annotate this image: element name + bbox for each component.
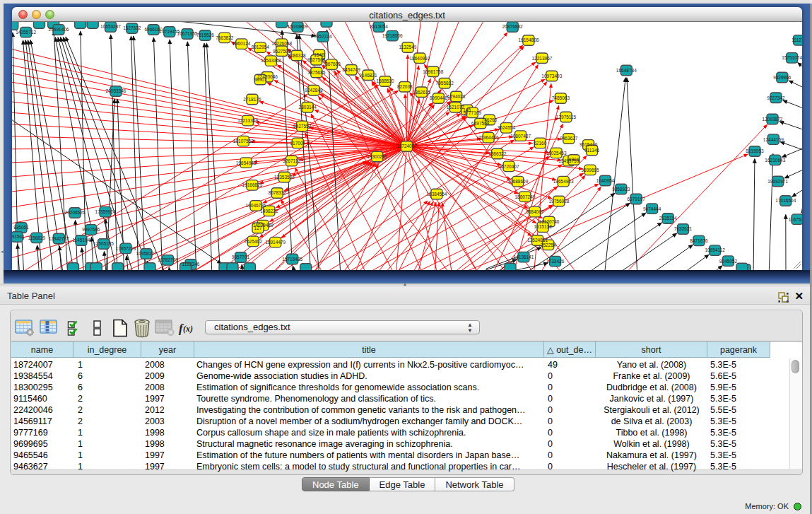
- svg-text:1167533: 1167533: [789, 217, 802, 222]
- svg-text:20691406: 20691406: [49, 27, 69, 32]
- svg-text:822038: 822038: [397, 84, 413, 89]
- svg-text:20364436: 20364436: [478, 135, 499, 140]
- svg-text:10688609: 10688609: [507, 179, 528, 184]
- svg-text:1362615: 1362615: [413, 90, 431, 95]
- svg-text:19166825: 19166825: [242, 182, 262, 187]
- svg-text:7632621: 7632621: [674, 226, 693, 231]
- svg-text:8215953: 8215953: [746, 148, 764, 153]
- svg-text:111274: 111274: [792, 37, 802, 42]
- svg-text:15751074: 15751074: [782, 55, 802, 60]
- svg-text:62160: 62160: [534, 141, 546, 146]
- svg-text:6497568: 6497568: [471, 121, 490, 126]
- svg-text:8960124: 8960124: [233, 41, 251, 46]
- svg-text:8186328: 8186328: [288, 53, 306, 58]
- svg-text:19218506: 19218506: [382, 33, 403, 38]
- svg-text:2718176: 2718176: [243, 97, 261, 102]
- svg-text:12213369: 12213369: [237, 118, 258, 123]
- svg-text:8813054: 8813054: [370, 24, 389, 29]
- svg-text:16961758: 16961758: [423, 69, 443, 74]
- svg-text:6379197: 6379197: [627, 197, 645, 201]
- svg-text:1145194: 1145194: [72, 238, 90, 243]
- svg-text:10653287: 10653287: [100, 24, 121, 29]
- svg-text:127: 127: [254, 226, 262, 230]
- svg-text:12353594: 12353594: [274, 175, 295, 180]
- svg-text:3624554: 3624554: [498, 125, 516, 130]
- svg-text:9699695: 9699695: [581, 168, 599, 173]
- svg-text:1527602: 1527602: [123, 25, 141, 30]
- svg-text:7386322: 7386322: [488, 151, 507, 156]
- svg-text:19692971: 19692971: [767, 179, 788, 184]
- svg-text:7357224: 7357224: [314, 34, 332, 39]
- svg-text:1621072: 1621072: [447, 105, 465, 110]
- svg-text:15716485: 15716485: [282, 257, 302, 262]
- svg-text:7625402: 7625402: [245, 239, 263, 244]
- svg-text:1640954: 1640954: [596, 178, 615, 183]
- svg-text:12975115: 12975115: [556, 115, 577, 119]
- svg-text:391541: 391541: [12, 234, 25, 239]
- svg-text:7515526: 7515526: [196, 33, 215, 37]
- svg-text:15226058: 15226058: [271, 41, 292, 46]
- svg-text:9227342: 9227342: [767, 95, 785, 100]
- svg-text:17016504: 17016504: [775, 198, 796, 203]
- svg-text:10654112: 10654112: [705, 247, 725, 252]
- svg-text:19654923: 19654923: [553, 179, 574, 184]
- svg-text:1615132: 1615132: [534, 224, 552, 229]
- svg-text:14136141: 14136141: [514, 255, 534, 259]
- svg-text:12444159: 12444159: [763, 137, 784, 142]
- svg-text:911346: 911346: [584, 148, 600, 153]
- svg-text:16033809: 16033809: [288, 24, 308, 29]
- svg-text:12093872: 12093872: [763, 117, 783, 122]
- svg-text:19384554: 19384554: [426, 192, 447, 197]
- svg-text:16543362: 16543362: [261, 58, 281, 63]
- svg-text:9684067: 9684067: [526, 209, 544, 214]
- svg-text:252254: 252254: [541, 243, 556, 247]
- svg-text:17359924: 17359924: [95, 209, 116, 214]
- svg-text:16782759: 16782759: [158, 257, 178, 262]
- svg-text:14055712: 14055712: [16, 30, 36, 35]
- svg-text:9804: 9804: [569, 157, 579, 162]
- svg-text:1156829: 1156829: [28, 235, 45, 240]
- svg-text:17957223: 17957223: [116, 246, 136, 251]
- svg-text:3875685: 3875685: [307, 70, 326, 75]
- svg-text:12505135: 12505135: [93, 241, 114, 246]
- svg-text:10671355: 10671355: [177, 31, 198, 36]
- svg-text:1498222: 1498222: [260, 209, 278, 214]
- svg-text:15720407: 15720407: [499, 164, 519, 169]
- svg-text:9857791: 9857791: [232, 255, 250, 259]
- svg-text:9515440: 9515440: [579, 142, 598, 147]
- svg-text:12942737: 12942737: [49, 236, 69, 241]
- svg-text:10025453: 10025453: [546, 151, 567, 156]
- svg-text:1588520: 1588520: [376, 78, 394, 83]
- svg-text:16648784: 16648784: [616, 68, 637, 73]
- svg-text:2867608: 2867608: [323, 62, 341, 66]
- svg-text:7663822: 7663822: [216, 35, 234, 40]
- svg-text:18300295: 18300295: [367, 154, 387, 159]
- svg-text:9242848: 9242848: [305, 88, 323, 93]
- svg-text:3267110: 3267110: [283, 158, 300, 163]
- svg-text:8471676: 8471676: [690, 238, 708, 243]
- svg-text:16120746: 16120746: [539, 219, 560, 224]
- svg-text:8678332: 8678332: [269, 190, 287, 195]
- svg-text:1546: 1546: [314, 52, 324, 57]
- svg-text:7955812: 7955812: [436, 81, 454, 86]
- svg-text:6794028: 6794028: [447, 94, 466, 99]
- svg-text:10958107: 10958107: [136, 251, 157, 256]
- svg-text:917004: 917004: [290, 141, 305, 146]
- svg-text:2803144: 2803144: [299, 105, 317, 110]
- svg-text:2935114: 2935114: [659, 216, 677, 221]
- svg-text:9329966: 9329966: [773, 75, 792, 80]
- svg-text:12213967: 12213967: [531, 56, 552, 61]
- svg-text:20053346: 20053346: [106, 88, 126, 93]
- svg-text:8427552: 8427552: [293, 124, 312, 129]
- svg-text:9777169: 9777169: [464, 110, 482, 115]
- svg-text:10973493: 10973493: [541, 74, 562, 78]
- svg-text:9997586: 9997586: [82, 227, 100, 232]
- svg-text:835051: 835051: [13, 225, 29, 230]
- svg-text:(x): (x): [183, 324, 193, 334]
- svg-text:16914479: 16914479: [265, 240, 286, 245]
- svg-text:9463627: 9463627: [560, 136, 578, 141]
- svg-text:20876882: 20876882: [502, 24, 523, 29]
- svg-text:1733426: 1733426: [546, 259, 565, 264]
- svg-text:16154808: 16154808: [518, 37, 539, 42]
- svg-text:7485063: 7485063: [552, 95, 570, 100]
